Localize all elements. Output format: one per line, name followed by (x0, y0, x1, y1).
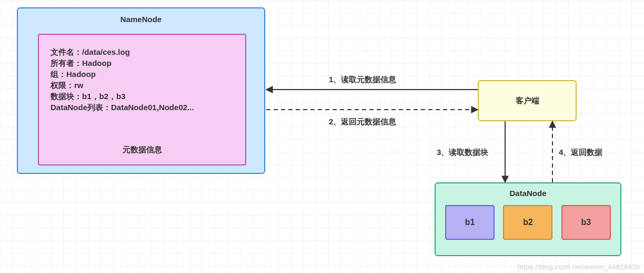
datanode-blocks: b1 b2 b3 (436, 205, 620, 240)
watermark: https://blog.csdn.net/weixin_44818830 (518, 263, 640, 271)
metadata-group: 组：Hadoop (51, 70, 234, 80)
metadata-owner: 所有者：Hadoop (51, 58, 234, 69)
block-b3: b3 (561, 205, 611, 240)
namenode-box: NameNode 文件名：/data/ces.log 所有者：Hadoop 组：… (17, 7, 265, 174)
metadata-blocks: 数据块：b1，b2，b3 (51, 92, 234, 102)
namenode-title: NameNode (18, 15, 264, 24)
client-box: 客户端 (478, 80, 577, 121)
block-b2: b2 (503, 205, 552, 240)
client-label: 客户端 (516, 96, 539, 106)
arrow-label-4: 4、返回数据 (559, 148, 602, 158)
arrow-label-3: 3、读取数据块 (437, 148, 488, 158)
metadata-dnlist: DataNode列表：DataNode01,Node02... (51, 103, 234, 113)
block-b1: b1 (445, 205, 495, 240)
metadata-box: 文件名：/data/ces.log 所有者：Hadoop 组：Hadoop 权限… (38, 34, 246, 165)
metadata-footer: 元数据信息 (39, 145, 245, 155)
datanode-title: DataNode (436, 189, 620, 198)
datanode-box: DataNode b1 b2 b3 (435, 182, 621, 256)
arrow-label-2: 2、返回元数据信息 (329, 117, 396, 127)
arrow-label-1: 1、读取元数据信息 (329, 75, 396, 85)
metadata-permission: 权限：rw (51, 81, 234, 91)
metadata-filename: 文件名：/data/ces.log (51, 47, 234, 57)
